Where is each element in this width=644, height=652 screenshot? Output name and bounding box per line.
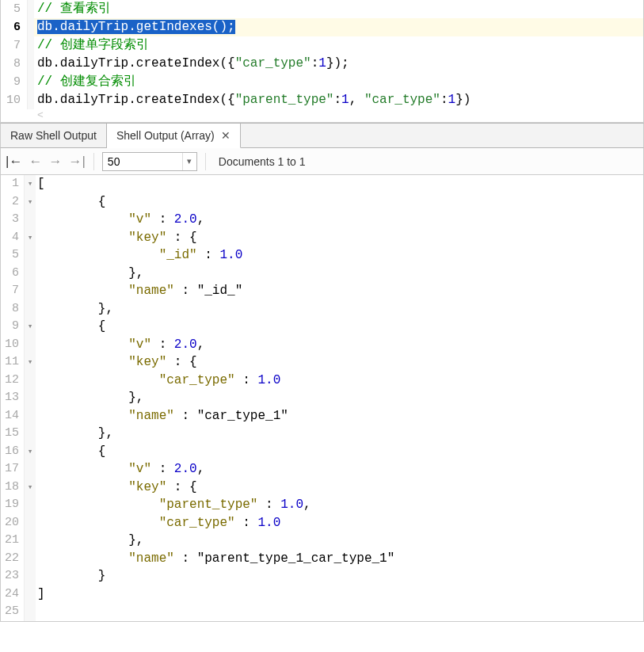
line-number: 16 xyxy=(1,443,25,461)
line-number: 6 xyxy=(1,18,28,36)
output-line[interactable]: 8 }, xyxy=(1,300,643,318)
output-line[interactable]: 19 "parent_type" : 1.0, xyxy=(1,496,643,514)
editor-line[interactable]: 5 // 查看索引 xyxy=(1,0,643,18)
page-size-input[interactable] xyxy=(103,155,182,168)
fold-icon xyxy=(25,585,36,604)
gutter xyxy=(28,55,34,73)
nav-next-icon[interactable]: → xyxy=(48,154,62,170)
output-line[interactable]: 3 "v" : 2.0, xyxy=(1,211,643,229)
fold-icon[interactable]: ▾ xyxy=(25,353,36,372)
json-text: { xyxy=(36,443,643,461)
output-line[interactable]: 14 "name" : "car_type_1" xyxy=(1,407,643,425)
output-line[interactable]: 5 "_id" : 1.0 xyxy=(1,246,643,265)
tab-raw-shell-output[interactable]: Raw Shell Output xyxy=(1,124,107,147)
editor-line[interactable]: 8 db.dailyTrip.createIndex({"car_type":1… xyxy=(1,55,643,73)
output-line[interactable]: 2▾ { xyxy=(1,193,643,212)
editor-line[interactable]: 9 // 创建复合索引 xyxy=(1,73,643,91)
fold-icon xyxy=(25,567,36,585)
fold-icon[interactable]: ▾ xyxy=(25,175,36,193)
fold-icon[interactable]: ▾ xyxy=(25,479,36,497)
script-editor[interactable]: 5 // 查看索引 6 db.dailyTrip.getIndexes(); 7… xyxy=(0,0,644,123)
output-line[interactable]: 13 }, xyxy=(1,389,643,407)
output-line[interactable]: 23 } xyxy=(1,567,643,585)
output-line[interactable]: 10 "v" : 2.0, xyxy=(1,336,643,354)
line-number: 15 xyxy=(1,425,25,443)
output-line[interactable]: 6 }, xyxy=(1,265,643,283)
output-line[interactable]: 1▾[ xyxy=(1,175,643,193)
line-number: 18 xyxy=(1,479,25,497)
nav-prev-icon[interactable]: ← xyxy=(29,154,42,170)
output-line[interactable]: 25 xyxy=(1,603,643,621)
separator xyxy=(93,153,94,170)
editor-line-active[interactable]: 6 db.dailyTrip.getIndexes(); xyxy=(1,18,643,36)
editor-line[interactable]: 10 db.dailyTrip.createIndex({"parent_typ… xyxy=(1,91,643,109)
line-number: 11 xyxy=(1,353,25,372)
fold-icon[interactable]: ▾ xyxy=(25,443,36,461)
fold-icon[interactable]: ▾ xyxy=(25,193,36,212)
fold-icon xyxy=(25,532,36,550)
fold-icon xyxy=(25,389,36,407)
fold-icon xyxy=(25,282,36,300)
editor-line[interactable]: 7 // 创建单字段索引 xyxy=(1,36,643,55)
output-line[interactable]: 21 }, xyxy=(1,532,643,550)
gutter xyxy=(28,36,34,55)
gutter xyxy=(28,18,34,36)
output-line[interactable]: 11▾ "key" : { xyxy=(1,353,643,372)
json-text: "name" : "car_type_1" xyxy=(36,407,643,425)
code-text: db.dailyTrip.createIndex({"parent_type":… xyxy=(34,91,643,109)
close-icon[interactable]: ✕ xyxy=(221,129,231,142)
output-line[interactable]: 4▾ "key" : { xyxy=(1,229,643,247)
json-text: "name" : "_id_" xyxy=(36,282,643,300)
json-text: { xyxy=(36,318,643,336)
line-number: 17 xyxy=(1,460,25,479)
line-number: 13 xyxy=(1,389,25,407)
output-line[interactable]: 24] xyxy=(1,585,643,604)
json-text: }, xyxy=(36,300,643,318)
line-number: 25 xyxy=(1,603,25,621)
tab-shell-output-array[interactable]: Shell Output (Array) ✕ xyxy=(107,124,241,148)
output-line[interactable]: 12 "car_type" : 1.0 xyxy=(1,372,643,390)
output-line[interactable]: 7 "name" : "_id_" xyxy=(1,282,643,300)
json-text: { xyxy=(36,193,643,212)
horizontal-scroll-indicator: < xyxy=(1,109,643,122)
json-text xyxy=(36,603,643,621)
output-tabs: Raw Shell Output Shell Output (Array) ✕ xyxy=(0,123,644,148)
code-text: // 创建复合索引 xyxy=(34,73,643,91)
navigation-buttons: |← ← → →| xyxy=(6,154,86,170)
output-line[interactable]: 18▾ "key" : { xyxy=(1,479,643,497)
line-number: 5 xyxy=(1,246,25,265)
code-text: // 查看索引 xyxy=(34,0,643,18)
fold-icon xyxy=(25,246,36,265)
json-text: "_id" : 1.0 xyxy=(36,246,643,265)
output-line[interactable]: 22 "name" : "parent_type_1_car_type_1" xyxy=(1,550,643,568)
json-text: ] xyxy=(36,585,643,604)
output-line[interactable]: 17 "v" : 2.0, xyxy=(1,460,643,479)
json-output-viewer[interactable]: 1▾[2▾ {3 "v" : 2.0,4▾ "key" : {5 "_id" :… xyxy=(0,175,644,622)
json-text: "car_type" : 1.0 xyxy=(36,514,643,532)
output-line[interactable]: 9▾ { xyxy=(1,318,643,336)
nav-last-icon[interactable]: →| xyxy=(68,154,85,170)
fold-icon[interactable]: ▾ xyxy=(25,318,36,336)
json-text: "name" : "parent_type_1_car_type_1" xyxy=(36,550,643,568)
output-line[interactable]: 20 "car_type" : 1.0 xyxy=(1,514,643,532)
line-number: 21 xyxy=(1,532,25,550)
json-text: "v" : 2.0, xyxy=(36,460,643,479)
output-line[interactable]: 15 }, xyxy=(1,425,643,443)
json-text: [ xyxy=(36,175,643,193)
output-toolbar: |← ← → →| ▾ Documents 1 to 1 xyxy=(0,148,644,175)
line-number: 8 xyxy=(1,300,25,318)
gutter xyxy=(28,0,34,18)
page-size-combo[interactable]: ▾ xyxy=(102,152,197,171)
line-number: 24 xyxy=(1,585,25,604)
json-text: }, xyxy=(36,532,643,550)
fold-icon[interactable]: ▾ xyxy=(25,229,36,247)
gutter xyxy=(28,73,34,91)
json-text: }, xyxy=(36,265,643,283)
chevron-down-icon[interactable]: ▾ xyxy=(182,153,196,170)
line-number: 10 xyxy=(1,336,25,354)
output-line[interactable]: 16▾ { xyxy=(1,443,643,461)
fold-icon xyxy=(25,460,36,479)
nav-first-icon[interactable]: |← xyxy=(6,154,22,170)
line-number: 9 xyxy=(1,318,25,336)
code-text: db.dailyTrip.getIndexes(); xyxy=(34,18,643,36)
